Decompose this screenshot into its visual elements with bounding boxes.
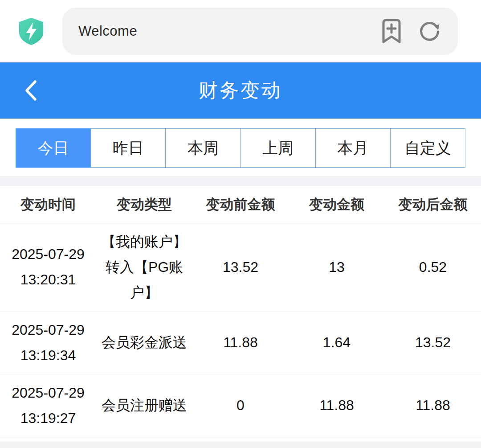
tab-this-month[interactable]: 本月 <box>315 128 391 168</box>
shield-lightning-icon <box>16 16 46 46</box>
cell-change-type: 会员彩金派送 <box>96 330 192 355</box>
table-row: 2025-07-29 13:19:34 会员彩金派送 11.88 1.64 13… <box>0 312 481 374</box>
col-header-amount-before: 变动前金额 <box>192 195 289 214</box>
page: Welcome 财务变动 今日 <box>0 0 481 448</box>
browser-toolbar: Welcome <box>0 0 481 62</box>
cell-amount-before: 0 <box>192 393 289 418</box>
change-clock: 13:19:34 <box>0 343 96 368</box>
add-bookmark-icon[interactable] <box>380 18 403 44</box>
browser-actions <box>380 18 442 44</box>
page-header: 财务变动 <box>0 62 481 119</box>
table-row: 2025-07-29 13:19:27 会员注册赠送 0 11.88 11.88 <box>0 374 481 437</box>
cell-change-amount: 13 <box>289 255 385 280</box>
cell-change-time: 2025-07-29 13:20:31 <box>0 242 96 292</box>
back-button[interactable] <box>15 62 46 119</box>
cell-change-time: 2025-07-29 13:19:34 <box>0 317 96 368</box>
cell-change-amount: 11.88 <box>289 393 385 418</box>
col-header-change-type: 变动类型 <box>96 195 192 214</box>
section-separator <box>0 176 481 186</box>
refresh-icon[interactable] <box>418 19 442 43</box>
change-date: 2025-07-29 <box>0 317 96 343</box>
change-date: 2025-07-29 <box>0 380 96 406</box>
cell-change-type: 会员注册赠送 <box>96 393 192 418</box>
address-text: Welcome <box>78 23 380 39</box>
table-header-row: 变动时间 变动类型 变动前金额 变动金额 变动后金额 <box>0 186 481 223</box>
tab-custom[interactable]: 自定义 <box>390 128 465 168</box>
address-bar[interactable]: Welcome <box>62 8 458 55</box>
tab-today[interactable]: 今日 <box>16 128 91 168</box>
cell-amount-before: 11.88 <box>192 330 289 355</box>
tab-yesterday[interactable]: 昨日 <box>90 128 166 168</box>
change-clock: 13:20:31 <box>0 267 96 292</box>
tab-this-week[interactable]: 本周 <box>165 128 240 168</box>
cell-amount-before: 13.52 <box>192 255 289 280</box>
bottom-edge-band <box>0 441 481 448</box>
finance-change-table: 变动时间 变动类型 变动前金额 变动金额 变动后金额 2025-07-29 13… <box>0 186 481 441</box>
cell-amount-after: 11.88 <box>385 393 481 418</box>
col-header-change-amount: 变动金额 <box>289 195 385 214</box>
cell-change-type: 【我的账户】转入【PG账户】 <box>96 229 192 305</box>
change-date: 2025-07-29 <box>0 242 96 267</box>
tab-last-week[interactable]: 上周 <box>240 128 316 168</box>
table-row: 2025-07-29 13:20:31 【我的账户】转入【PG账户】 13.52… <box>0 223 481 312</box>
col-header-change-time: 变动时间 <box>0 195 96 214</box>
back-chevron-icon <box>23 79 38 102</box>
cell-change-amount: 1.64 <box>289 330 385 355</box>
security-shield-icon[interactable] <box>0 16 62 46</box>
col-header-amount-after: 变动后金额 <box>385 195 481 214</box>
cell-amount-after: 13.52 <box>385 330 481 355</box>
cell-change-time: 2025-07-29 13:19:27 <box>0 380 96 431</box>
cell-amount-after: 0.52 <box>385 255 481 280</box>
page-title: 财务变动 <box>199 78 282 103</box>
date-filter-tabs: 今日 昨日 本周 上周 本月 自定义 <box>0 119 481 176</box>
change-clock: 13:19:27 <box>0 406 96 431</box>
